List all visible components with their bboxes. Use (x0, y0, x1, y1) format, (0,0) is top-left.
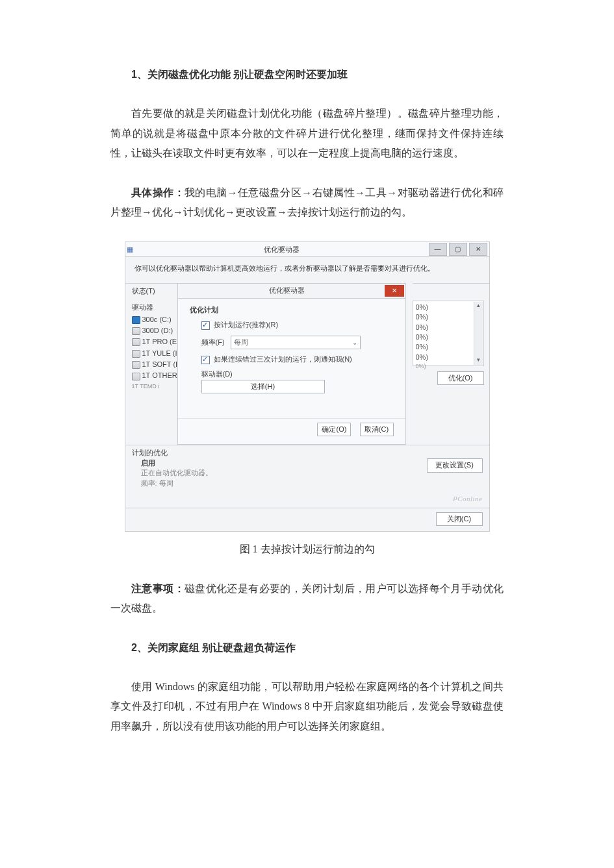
notify-row: 如果连续错过三次计划的运行，则通知我(N) (201, 354, 394, 364)
optimize-button[interactable]: 优化(O) (437, 371, 484, 385)
run-on-schedule-label: 按计划运行(推荐)(R) (214, 321, 279, 329)
frag-value: 0%) (416, 332, 481, 342)
document-page: 1、关闭磁盘优化功能 别让硬盘空闲时还要加班 首先要做的就是关闭磁盘计划优化功能… (0, 0, 614, 868)
close-button[interactable]: ✕ (469, 243, 487, 256)
frequency-value: 每周 (234, 338, 248, 346)
main-close-button[interactable]: 关闭(C) (436, 512, 483, 526)
enable-label: 启用 (132, 458, 427, 468)
drives-header: 驱动器 (132, 303, 177, 314)
scroll-down-icon[interactable]: ▾ (474, 356, 483, 364)
drive-item[interactable]: 1T TEMD i (132, 382, 177, 391)
drives-row: 驱动器(D) 选择(H) (201, 369, 394, 393)
maximize-button[interactable]: ▢ (449, 243, 467, 256)
drive-icon (132, 373, 140, 380)
frag-value: 0%) (416, 362, 481, 371)
ok-button[interactable]: 确定(O) (317, 423, 351, 436)
section2-heading: 2、关闭家庭组 别让硬盘超负荷运作 (110, 638, 504, 658)
drive-item[interactable]: 300c (C:) (132, 314, 177, 325)
optimization-plan-label: 优化计划 (190, 305, 394, 315)
frequency-row: 频率(F) 每周 ⌄ (201, 336, 394, 349)
frag-value: 0%) (416, 353, 481, 362)
drive-icon (132, 361, 140, 369)
main-titlebar: ▦ 优化驱动器 — ▢ ✕ (125, 242, 489, 257)
section1-operation: 具体操作：我的电脑→任意磁盘分区→右键属性→工具→对驱动器进行优化和碎片整理→优… (110, 183, 504, 223)
change-settings-button[interactable]: 更改设置(S) (427, 458, 483, 472)
chevron-down-icon: ⌄ (352, 338, 357, 347)
frag-value: 0%) (416, 323, 481, 332)
drive-panel: 状态(T) 驱动器 300c (C:) 300D (D:) 1T PRO (E … (125, 283, 177, 445)
run-on-schedule-checkbox[interactable] (201, 321, 210, 330)
section2-para1: 使用 Windows 的家庭组功能，可以帮助用户轻松在家庭网络的各个计算机之间共… (110, 677, 504, 736)
frequency-status-text: 频率: 每周 (132, 478, 427, 488)
right-panel: 0%) 0%) 0%) 0%) 0%) 0%) 0%) ▴ ▾ (413, 283, 489, 445)
section1-note: 注意事项：磁盘优化还是有必要的，关闭计划后，用户可以选择每个月手动优化一次磁盘。 (110, 579, 504, 619)
drive-item[interactable]: 1T YULE (I (132, 348, 177, 359)
drive-item[interactable]: 1T OTHER (132, 370, 177, 381)
minimize-button[interactable]: — (429, 243, 447, 256)
dialog-title: 优化驱动器 (243, 286, 385, 295)
notify-checkbox[interactable] (201, 356, 210, 364)
select-drives-button[interactable]: 选择(H) (201, 380, 325, 393)
dialog-close-button[interactable]: ✕ (385, 285, 404, 297)
section1-para1: 首先要做的就是关闭磁盘计划优化功能（磁盘碎片整理）。磁盘碎片整理功能，简单的说就… (110, 104, 504, 163)
drive-item[interactable]: 300D (D:) (132, 325, 177, 336)
state-label: 状态(T) (132, 286, 177, 303)
drive-icon (132, 327, 140, 335)
drive-icon (132, 338, 140, 346)
dialog-titlebar: 优化驱动器 ✕ (178, 284, 405, 299)
drive-item[interactable]: 1T PRO (E (132, 336, 177, 347)
dialog-body: 优化计划 按计划运行(推荐)(R) 频率(F) 每周 ⌄ 如果 (178, 299, 405, 404)
frequency-label: 频率(F) (201, 338, 225, 346)
section1-heading: 1、关闭磁盘优化功能 别让硬盘空闲时还要加班 (110, 65, 504, 84)
fragmentation-list: 0%) 0%) 0%) 0%) 0%) 0%) 0%) ▴ ▾ (413, 301, 484, 366)
schedule-row: 按计划运行(推荐)(R) (201, 320, 394, 330)
screenshot-window: ▦ 优化驱动器 — ▢ ✕ 你可以优化驱动器以帮助计算机更高效地运行，或者分析驱… (125, 242, 490, 532)
window-description: 你可以优化驱动器以帮助计算机更高效地运行，或者分析驱动器以了解是否需要对其进行优… (125, 257, 489, 282)
frag-value: 0%) (416, 303, 481, 312)
window-body: 状态(T) 驱动器 300c (C:) 300D (D:) 1T PRO (E … (125, 283, 489, 445)
settings-dialog: 优化驱动器 ✕ 优化计划 按计划运行(推荐)(R) 频率(F) 每周 ⌄ (177, 283, 406, 445)
app-icon: ▦ (125, 245, 134, 254)
main-window-title: 优化驱动器 (134, 245, 429, 254)
drives-label: 驱动器(D) (201, 370, 233, 378)
plan-section: 计划的优化 启用 正在自动优化驱动器。 频率: 每周 更改设置(S) (125, 445, 489, 490)
scheduled-optimization-label: 计划的优化 (132, 448, 427, 458)
cancel-button[interactable]: 取消(C) (360, 423, 394, 436)
drive-item[interactable]: 1T SOFT (I (132, 359, 177, 370)
running-status-text: 正在自动优化驱动器。 (132, 468, 427, 478)
note-label: 注意事项： (131, 583, 185, 594)
window-controls: — ▢ ✕ (429, 243, 489, 256)
document-content: 1、关闭磁盘优化功能 别让硬盘空闲时还要加班 首先要做的就是关闭磁盘计划优化功能… (110, 65, 504, 736)
figure1-caption: 图 1 去掉按计划运行前边的勾 (110, 539, 504, 559)
watermark-text: PConline (453, 494, 483, 504)
frag-value: 0%) (416, 342, 481, 352)
frag-value: 0%) (416, 312, 481, 322)
drive-icon (132, 316, 140, 324)
scroll-up-icon[interactable]: ▴ (474, 302, 483, 310)
drive-icon (132, 350, 140, 358)
frequency-combobox[interactable]: 每周 ⌄ (231, 336, 361, 349)
main-footer: PConline 关闭(C) (125, 508, 489, 531)
scrollbar[interactable]: ▴ ▾ (474, 302, 483, 365)
dialog-button-row: 确定(O) 取消(C) (178, 418, 405, 444)
notify-label: 如果连续错过三次计划的运行，则通知我(N) (214, 355, 352, 363)
operation-label: 具体操作： (131, 187, 185, 198)
